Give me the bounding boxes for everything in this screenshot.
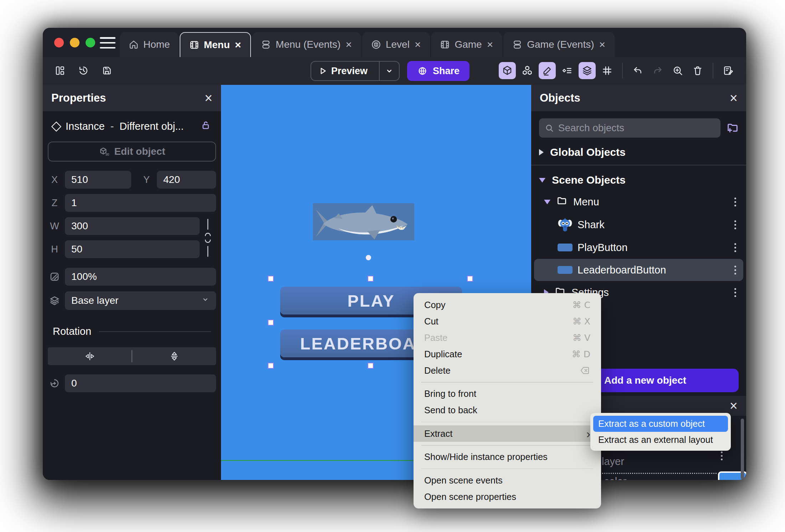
selection-handle-bottom-center[interactable] <box>368 363 374 369</box>
tree-item-leaderboard-button[interactable]: LeaderboardButton <box>534 259 743 281</box>
tab-bar: Home Menu × Menu (Events) × Level × Game… <box>120 32 615 57</box>
instance-diamond-icon <box>51 121 61 131</box>
save-button[interactable] <box>98 62 116 79</box>
share-button[interactable]: Share <box>407 61 470 81</box>
search-objects-input[interactable] <box>558 122 715 134</box>
width-input[interactable] <box>65 217 200 235</box>
edit-mode-button[interactable] <box>539 62 556 79</box>
grid-button[interactable] <box>599 62 616 79</box>
rotation-section-title: Rotation <box>53 326 91 337</box>
tab-close-icon[interactable]: × <box>486 39 494 50</box>
minimize-window-button[interactable] <box>70 38 79 47</box>
x-input[interactable] <box>65 171 131 189</box>
layer-select[interactable]: Base layer <box>65 291 216 310</box>
tab-close-icon[interactable]: × <box>598 39 606 50</box>
tab-level[interactable]: Level × <box>362 32 430 57</box>
menu-item-send-to-back[interactable]: Send to back <box>414 402 601 419</box>
rotation-input[interactable] <box>65 374 216 392</box>
close-icon[interactable]: × <box>730 91 738 105</box>
edit-object-button[interactable]: 2D Edit object <box>48 142 216 162</box>
selection-handle-top-right[interactable] <box>467 276 473 282</box>
close-icon[interactable]: × <box>730 399 738 413</box>
lock-aspect-ratio-toggle[interactable] <box>200 217 216 259</box>
z-input[interactable] <box>65 194 216 212</box>
instance-properties-button[interactable] <box>559 62 576 79</box>
tree-item-shark[interactable]: Shark <box>531 213 746 236</box>
tab-close-icon[interactable]: × <box>234 40 242 50</box>
y-input[interactable] <box>157 171 216 189</box>
scene-film-icon <box>189 40 200 50</box>
height-label: H <box>48 244 61 255</box>
tab-close-icon[interactable]: × <box>345 39 353 50</box>
add-folder-icon[interactable] <box>726 121 739 135</box>
kebab-menu-icon[interactable] <box>732 286 738 299</box>
maximize-window-button[interactable] <box>86 38 95 47</box>
undo-button[interactable] <box>629 62 646 79</box>
selection-handle-bottom-left[interactable] <box>268 363 274 369</box>
tab-menu-events[interactable]: Menu (Events) × <box>252 32 361 57</box>
kebab-menu-icon[interactable] <box>732 218 738 231</box>
tab-game-events[interactable]: Game (Events) × <box>503 32 615 57</box>
close-window-button[interactable] <box>54 38 64 47</box>
tab-label: Game (Events) <box>527 39 594 50</box>
selection-handle-top-center[interactable] <box>368 276 374 282</box>
kebab-menu-icon[interactable] <box>719 449 725 462</box>
tree-item-play-button[interactable]: PlayButton <box>531 236 746 259</box>
menu-item-duplicate[interactable]: Duplicate ⌘ D <box>414 346 601 362</box>
tab-label: Game <box>455 39 482 50</box>
edit-scene-properties-button[interactable] <box>720 62 737 79</box>
tab-close-icon[interactable]: × <box>414 39 422 50</box>
selection-rotate-handle[interactable] <box>366 255 371 260</box>
menu-item-open-scene-events[interactable]: Open scene events <box>414 472 601 488</box>
menu-item-copy[interactable]: Copy ⌘ C <box>414 297 601 313</box>
redo-button[interactable] <box>649 62 666 79</box>
kebab-menu-icon[interactable] <box>732 195 738 209</box>
submenu-item-extract-external-layout[interactable]: Extract as an external layout <box>593 432 728 448</box>
tab-menu[interactable]: Menu × <box>180 32 251 57</box>
events-sheet-icon <box>261 39 271 50</box>
flip-horizontal-button[interactable] <box>48 350 132 362</box>
kebab-menu-icon[interactable] <box>732 241 738 254</box>
panels-layout-button[interactable] <box>51 62 68 79</box>
layers-button[interactable] <box>579 62 596 79</box>
scene-objects-group[interactable]: Scene Objects <box>531 170 746 190</box>
kebab-menu-icon[interactable] <box>732 264 738 277</box>
submenu-item-extract-custom-object[interactable]: Extract as a custom object <box>593 416 728 432</box>
menu-item-paste[interactable]: Paste ⌘ V <box>414 329 601 346</box>
search-objects-box[interactable] <box>539 118 720 138</box>
height-input[interactable] <box>65 240 200 258</box>
delete-button[interactable] <box>689 62 706 79</box>
menu-item-show-hide-instance-properties[interactable]: Show/Hide instance properties <box>414 449 601 465</box>
width-label: W <box>48 221 61 232</box>
scrollbar-thumb[interactable] <box>741 419 744 479</box>
menu-item-cut[interactable]: Cut ⌘ X <box>414 313 601 329</box>
shark-sprite[interactable] <box>313 203 414 240</box>
global-objects-group[interactable]: Global Objects <box>531 142 746 163</box>
flip-vertical-button[interactable] <box>132 350 216 362</box>
close-icon[interactable]: × <box>205 91 212 105</box>
menu-item-extract[interactable]: Extract › <box>414 425 601 442</box>
layers-icon <box>48 295 61 306</box>
tree-item-label: PlayButton <box>578 242 627 254</box>
history-button[interactable] <box>75 62 92 79</box>
tab-label: Home <box>143 39 170 50</box>
unlock-icon[interactable] <box>200 120 211 133</box>
menu-item-bring-to-front[interactable]: Bring to front <box>414 386 601 402</box>
opacity-input[interactable] <box>65 268 216 286</box>
preview-options-chevron-down-icon[interactable] <box>380 66 399 76</box>
x-label: X <box>48 174 61 185</box>
selection-handle-top-left[interactable] <box>268 276 274 282</box>
menu-item-open-scene-properties[interactable]: Open scene properties <box>414 488 601 505</box>
menu-item-delete[interactable]: Delete <box>414 362 601 379</box>
preview-button[interactable]: Preview <box>311 61 400 81</box>
titlebar: Home Menu × Menu (Events) × Level × Game… <box>43 28 746 57</box>
object-mode-button[interactable] <box>499 62 516 79</box>
tab-game[interactable]: Game × <box>431 32 502 57</box>
chevron-right-icon <box>539 149 544 155</box>
instances-mode-button[interactable] <box>519 62 536 79</box>
tab-home[interactable]: Home <box>120 32 179 57</box>
selection-handle-middle-left[interactable] <box>268 319 274 326</box>
zoom-in-button[interactable] <box>669 62 686 79</box>
tree-item-menu-folder[interactable]: Menu <box>531 190 746 213</box>
main-menu-icon[interactable] <box>100 37 116 48</box>
